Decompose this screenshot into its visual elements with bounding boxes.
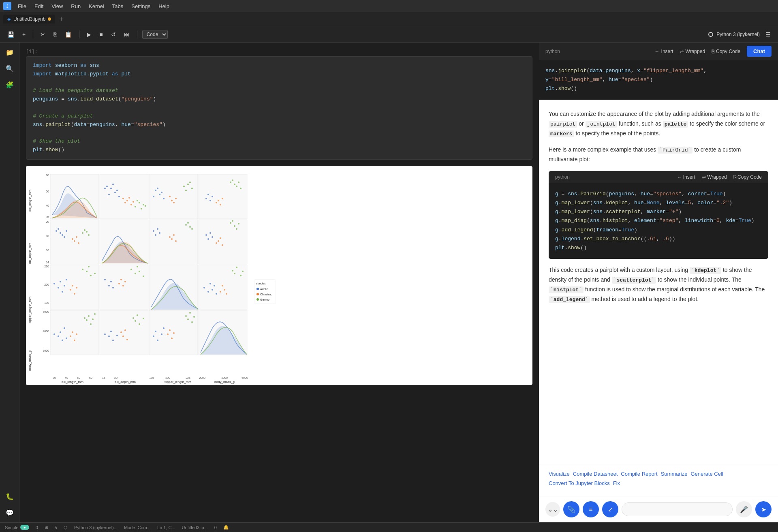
- menu-tabs[interactable]: Tabs: [109, 2, 126, 10]
- svg-point-74: [60, 232, 61, 234]
- visualize-button[interactable]: Visualize: [549, 471, 570, 477]
- top-copy-code-button[interactable]: ⎘ Copy Code: [712, 46, 740, 57]
- chat-button[interactable]: Chat: [747, 46, 772, 57]
- sidebar-item-files[interactable]: 📁: [3, 46, 16, 59]
- scroll-down-button[interactable]: ⌄⌄: [545, 502, 560, 517]
- format-button[interactable]: ≡: [583, 501, 599, 517]
- second-code-header-actions: ← Insert ⇌ Wrapped ⎘ Copy Code: [677, 174, 762, 180]
- sidebar-item-chat[interactable]: 💬: [3, 506, 16, 519]
- svg-point-131: [118, 283, 120, 284]
- svg-point-194: [185, 315, 187, 317]
- svg-text:50: 50: [46, 190, 49, 193]
- right-panel-scrollable[interactable]: You can customize the appearance of the …: [539, 100, 778, 496]
- compile-datasheet-button[interactable]: Compile Datasheet: [573, 471, 618, 477]
- attach-button[interactable]: 📎: [563, 501, 579, 517]
- paragraph1: You can customize the appearance of the …: [549, 109, 768, 139]
- mic-button[interactable]: 🎤: [736, 501, 752, 517]
- svg-text:species: species: [256, 282, 266, 285]
- as-kw2: as: [112, 71, 118, 77]
- svg-point-38: [135, 206, 136, 207]
- svg-point-84: [84, 229, 85, 231]
- copy-button[interactable]: ⎘: [51, 30, 59, 39]
- notebook-tab[interactable]: ◈ Untitled3.ipynb: [3, 15, 55, 24]
- send-button[interactable]: ➤: [755, 501, 772, 517]
- generate-cell-button[interactable]: Generate Cell: [690, 471, 723, 477]
- menu-settings[interactable]: Settings: [128, 2, 154, 10]
- svg-point-171: [104, 333, 106, 335]
- sidebar-item-search[interactable]: 🔍: [3, 62, 16, 75]
- chat-input[interactable]: [622, 502, 733, 516]
- svg-point-30: [104, 188, 106, 189]
- paste-button[interactable]: 📋: [62, 30, 74, 39]
- sidebar-item-extensions[interactable]: 🧩: [3, 78, 16, 91]
- fast-forward-button[interactable]: ⏭: [122, 30, 132, 39]
- add-cell-button[interactable]: +: [20, 30, 28, 39]
- top-insert-button[interactable]: ← Insert: [655, 46, 673, 57]
- paragraph3: This code creates a pairplot with a cust…: [549, 265, 768, 304]
- svg-point-205: [256, 298, 259, 301]
- svg-point-191: [169, 329, 171, 331]
- svg-point-154: [242, 271, 244, 272]
- menu-file[interactable]: File: [15, 2, 30, 10]
- second-copy-code-button[interactable]: ⎘ Copy Code: [733, 174, 762, 180]
- svg-point-161: [70, 335, 71, 337]
- kernel-menu-button[interactable]: ☰: [763, 30, 773, 39]
- top-wrapped-button[interactable]: ⇌ Wrapped: [680, 46, 705, 57]
- mode-toggle[interactable]: ●: [20, 525, 29, 530]
- compile-report-button[interactable]: Compile Report: [621, 471, 657, 477]
- svg-point-150: [232, 270, 233, 271]
- svg-text:3000: 3000: [43, 349, 49, 352]
- toolbar-sep3: [137, 30, 137, 38]
- menu-run[interactable]: Run: [68, 2, 84, 10]
- app-icon: J: [3, 2, 11, 10]
- notebook-area[interactable]: [1]: import seaborn as sns import matplo…: [19, 43, 539, 522]
- expand-button[interactable]: ⤢: [602, 501, 618, 517]
- svg-text:bill_length_mm: bill_length_mm: [62, 380, 83, 384]
- svg-point-112: [53, 283, 55, 284]
- fix-button[interactable]: Fix: [613, 480, 620, 486]
- stop-button[interactable]: ■: [97, 30, 105, 39]
- svg-point-31: [118, 196, 120, 197]
- sidebar-item-debug[interactable]: 🐛: [3, 490, 16, 503]
- cut-button[interactable]: ✂: [38, 30, 48, 39]
- svg-point-143: [212, 289, 213, 291]
- svg-point-144: [214, 285, 215, 286]
- cell-type-select[interactable]: Code: [142, 30, 168, 39]
- svg-point-60: [207, 194, 209, 195]
- svg-text:Chinstrap: Chinstrap: [260, 293, 272, 296]
- toolbar-sep2: [79, 30, 79, 38]
- summarize-button[interactable]: Summarize: [661, 471, 688, 477]
- svg-point-108: [232, 220, 233, 222]
- add-tab-button[interactable]: +: [57, 15, 65, 23]
- menu-help[interactable]: Help: [155, 2, 173, 10]
- top-code-display: sns.jointplot(data=penguins, x="flipper_…: [539, 60, 778, 100]
- svg-point-58: [185, 190, 187, 191]
- svg-point-178: [124, 329, 126, 331]
- svg-point-127: [104, 279, 106, 280]
- svg-point-32: [122, 198, 124, 199]
- svg-text:175: 175: [149, 376, 154, 379]
- svg-point-37: [133, 201, 134, 203]
- svg-point-128: [108, 285, 110, 286]
- svg-point-85: [86, 231, 88, 233]
- svg-point-49: [163, 198, 165, 199]
- cell-content[interactable]: import seaborn as sns import matplotlib.…: [26, 56, 532, 160]
- convert-jupyter-button[interactable]: Convert To Jupyter Blocks: [549, 480, 610, 486]
- svg-point-51: [171, 200, 173, 201]
- menu-edit[interactable]: Edit: [31, 2, 47, 10]
- input-bar: ⌄⌄ 📎 ≡ ⤢ 🎤 ➤: [539, 496, 778, 522]
- second-wrapped-button[interactable]: ⇌ Wrapped: [702, 174, 727, 180]
- svg-point-133: [122, 285, 124, 286]
- top-lang-label: python: [545, 49, 560, 54]
- second-insert-button[interactable]: ← Insert: [677, 174, 695, 180]
- code-editor[interactable]: import seaborn as sns import matplotlib.…: [26, 57, 532, 159]
- menu-kernel[interactable]: Kernel: [85, 2, 107, 10]
- svg-point-173: [110, 331, 112, 332]
- svg-text:230: 230: [44, 265, 49, 268]
- status-ln-col: Ln 1, C...: [157, 525, 175, 530]
- save-button[interactable]: 💾: [5, 30, 17, 39]
- run-button[interactable]: ▶: [84, 30, 94, 39]
- restart-button[interactable]: ↺: [109, 30, 118, 39]
- menu-view[interactable]: View: [48, 2, 66, 10]
- svg-point-81: [76, 236, 77, 238]
